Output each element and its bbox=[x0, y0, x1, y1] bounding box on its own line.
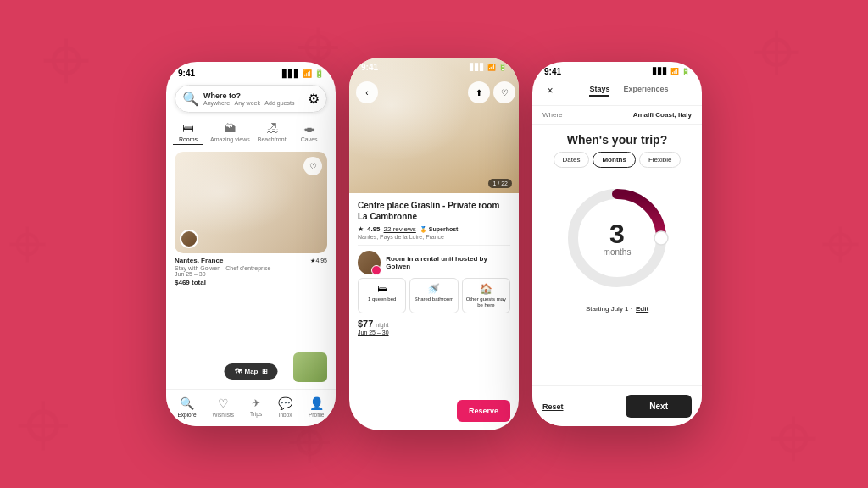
trip-question: When's your trip? bbox=[532, 125, 702, 152]
nav-explore[interactable]: 🔍 Explore bbox=[177, 396, 196, 418]
listing-card[interactable]: ♡ Nantes, France ★4.95 Stay with Golwen … bbox=[175, 152, 327, 290]
nav-inbox[interactable]: 💬 Inbox bbox=[278, 396, 292, 418]
share-button[interactable]: ⬆ bbox=[468, 81, 490, 103]
inbox-icon: 💬 bbox=[278, 396, 292, 410]
status-time-2: 9:41 bbox=[361, 63, 378, 72]
profile-label: Profile bbox=[309, 412, 324, 418]
bg-logo-1: ⌖ bbox=[42, 17, 90, 102]
status-icons-1: ▋▋▋ 📶 🔋 bbox=[282, 69, 324, 78]
amazing-views-label: Amazing views bbox=[210, 136, 250, 142]
caves-label: Caves bbox=[301, 136, 318, 142]
reset-button[interactable]: Reset bbox=[542, 402, 564, 411]
edit-link[interactable]: Edit bbox=[636, 305, 648, 313]
status-time-3: 9:41 bbox=[544, 67, 561, 76]
listing-heart-button[interactable]: ♡ bbox=[303, 157, 322, 175]
where-value: Amalfi Coast, Italy bbox=[633, 111, 692, 119]
tab-stays[interactable]: Stays bbox=[589, 85, 609, 97]
star-icon: ★ bbox=[358, 225, 364, 233]
wifi-icon: 📶 bbox=[303, 69, 312, 78]
starting-row: Starting July 1 · Edit bbox=[532, 305, 702, 313]
superhost-badge: 🏅 Superhost bbox=[420, 226, 459, 233]
category-amazing-views[interactable]: 🏔 Amazing views bbox=[210, 121, 250, 145]
starting-text: Starting July 1 · bbox=[586, 305, 632, 313]
listing-title: Centre place Graslin - Private room La C… bbox=[358, 200, 510, 222]
next-button[interactable]: Next bbox=[626, 395, 692, 418]
amenity-guests: 🏠 Other guests may be here bbox=[462, 278, 510, 313]
map-icon: 🗺 bbox=[235, 368, 242, 375]
map-grid-icon: ⊞ bbox=[262, 368, 268, 375]
amenities-row: 🛏 1 queen bed 🚿 Shared bathroom 🏠 Other … bbox=[358, 278, 510, 313]
bathroom-label: Shared bathroom bbox=[415, 297, 453, 302]
where-row[interactable]: Where Amalfi Coast, Italy bbox=[532, 106, 702, 125]
phone3-header: × Stays Experiences bbox=[532, 78, 702, 106]
battery-icon-2: 🔋 bbox=[498, 64, 507, 71]
stays-label: Stays bbox=[589, 85, 609, 93]
map-button[interactable]: 🗺 Map ⊞ bbox=[225, 363, 278, 380]
listing-rating: ★4.95 bbox=[310, 258, 327, 264]
back-button[interactable]: ‹ bbox=[356, 81, 378, 103]
guests-label: Other guests may be here bbox=[465, 297, 507, 308]
wishlists-label: Wishlists bbox=[212, 412, 234, 418]
dial-unit: months bbox=[604, 247, 632, 257]
phone-3: 9:41 ▋▋▋ 📶 🔋 × Stays Experiences Where A… bbox=[532, 62, 702, 426]
category-rooms[interactable]: 🛏 Rooms bbox=[173, 121, 203, 145]
price-night-label: night bbox=[376, 322, 388, 328]
battery-icon-3: 🔋 bbox=[682, 68, 690, 75]
thumbnail-strip bbox=[293, 352, 327, 382]
bg-logo-8: ⌖ bbox=[821, 210, 860, 278]
explore-label: Explore bbox=[177, 412, 196, 418]
listing-hero-inner bbox=[349, 58, 519, 193]
phone-1: 9:41 ▋▋▋ 📶 🔋 🔍 Where to? Anywhere · Any … bbox=[166, 62, 336, 426]
months-button[interactable]: Months bbox=[593, 152, 635, 168]
battery-icon: 🔋 bbox=[314, 69, 324, 78]
rooms-label: Rooms bbox=[179, 136, 198, 142]
price-area: $77 night Jun 25 – 30 bbox=[358, 319, 510, 336]
dial-number: 3 bbox=[609, 220, 625, 247]
nav-wishlists[interactable]: ♡ Wishlists bbox=[212, 396, 234, 418]
category-beachfront[interactable]: 🏖 Beachfront bbox=[257, 121, 287, 145]
status-icons-2: ▋▋▋ 📶 🔋 bbox=[470, 64, 507, 71]
signal-icon: ▋▋▋ bbox=[282, 69, 300, 78]
price-per-night: $77 bbox=[358, 319, 373, 329]
divider-1 bbox=[358, 245, 510, 246]
trips-icon: ✈ bbox=[252, 397, 260, 409]
status-bar-3: 9:41 ▋▋▋ 📶 🔋 bbox=[532, 62, 702, 78]
dial-ring[interactable]: 3 months bbox=[562, 183, 672, 293]
rooms-icon: 🛏 bbox=[182, 121, 194, 135]
dial-center: 3 months bbox=[562, 183, 672, 293]
medal-icon: 🏅 bbox=[420, 226, 427, 233]
reserve-button[interactable]: Reserve bbox=[457, 400, 510, 422]
beachfront-icon: 🏖 bbox=[266, 121, 278, 135]
status-icons-3: ▋▋▋ 📶 🔋 bbox=[653, 68, 690, 75]
flexible-button[interactable]: Flexible bbox=[639, 152, 682, 168]
bathroom-icon: 🚿 bbox=[427, 283, 440, 295]
close-button[interactable]: × bbox=[541, 81, 559, 100]
listing-dates: Jun 25 – 30 bbox=[175, 271, 327, 277]
nav-profile[interactable]: 👤 Profile bbox=[309, 396, 324, 418]
search-bar[interactable]: 🔍 Where to? Anywhere · Any week · Add gu… bbox=[175, 85, 327, 113]
listing-detail-content: Centre place Graslin - Private room La C… bbox=[349, 193, 519, 342]
dates-button[interactable]: Dates bbox=[554, 152, 590, 168]
category-caves[interactable]: 🕳 Caves bbox=[294, 121, 325, 145]
bottom-nav: 🔍 Explore ♡ Wishlists ✈ Trips 💬 Inbox 👤 … bbox=[166, 389, 336, 426]
status-bar-1: 9:41 ▋▋▋ 📶 🔋 bbox=[166, 62, 336, 80]
reviews-link[interactable]: 22 reviews bbox=[384, 225, 416, 233]
dial-container[interactable]: 3 months bbox=[532, 175, 702, 302]
filter-icon[interactable]: ⚙ bbox=[308, 91, 320, 107]
tab-experiences[interactable]: Experiences bbox=[623, 85, 668, 97]
bg-logo-3: ⌖ bbox=[753, 8, 800, 93]
listing-hero: ‹ ⬆ ♡ 1 / 22 bbox=[349, 58, 519, 193]
signal-icon-2: ▋▋▋ bbox=[470, 64, 485, 71]
hero-heart-button[interactable]: ♡ bbox=[493, 81, 515, 103]
host-avatar bbox=[358, 251, 381, 274]
amenity-bathroom: 🚿 Shared bathroom bbox=[409, 278, 458, 313]
nav-trips[interactable]: ✈ Trips bbox=[250, 397, 262, 417]
wifi-icon-3: 📶 bbox=[670, 68, 679, 75]
wifi-icon-2: 📶 bbox=[487, 64, 496, 71]
price-dates: Jun 25 – 30 bbox=[358, 330, 510, 336]
profile-icon: 👤 bbox=[309, 396, 324, 410]
phones-container: 9:41 ▋▋▋ 📶 🔋 🔍 Where to? Anywhere · Any … bbox=[166, 58, 702, 430]
amenity-bed: 🛏 1 queen bed bbox=[358, 278, 406, 313]
caves-icon: 🕳 bbox=[303, 121, 315, 135]
search-icon: 🔍 bbox=[182, 91, 199, 107]
